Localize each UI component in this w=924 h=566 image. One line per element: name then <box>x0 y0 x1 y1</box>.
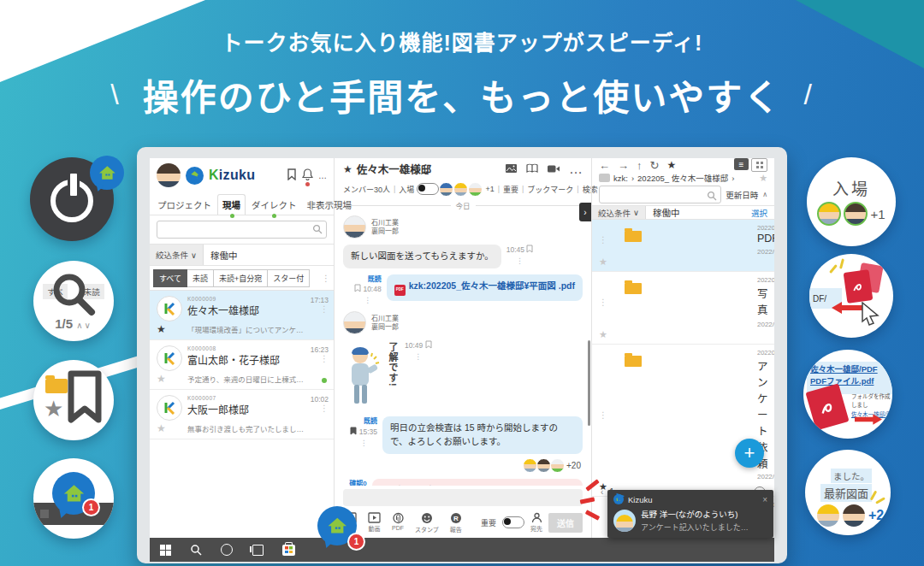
room-more-icon[interactable]: ⋮ <box>305 404 329 413</box>
tab-project[interactable]: プロジェクト <box>153 195 216 215</box>
up-icon[interactable]: ↑ <box>637 159 643 172</box>
tab-genba[interactable]: 現場 <box>217 194 246 215</box>
room-star-icon[interactable]: ★ <box>157 323 187 335</box>
room-more-icon[interactable]: ⋮ <box>305 304 329 314</box>
file-item[interactable]: 202205 アンケート依頼 2022/05/08 11:23 ⋮ ★ <box>592 345 774 497</box>
sidebar-search-input[interactable] <box>157 221 327 239</box>
room-id: K0000008 <box>187 345 305 351</box>
sidebar-more-icon[interactable]: … <box>318 171 327 180</box>
photos-icon[interactable] <box>505 162 518 177</box>
taskbar-search-button[interactable] <box>181 538 211 562</box>
svg-text:R: R <box>453 515 459 522</box>
file-star-icon[interactable]: ★ <box>599 256 625 268</box>
cortana-button[interactable] <box>211 538 242 562</box>
room-id: K0000009 <box>187 296 305 302</box>
file-star-icon[interactable]: ★ <box>599 329 625 340</box>
entry-toggle[interactable] <box>417 183 439 195</box>
notifications-bell-icon[interactable] <box>302 168 313 182</box>
kizuku-app-window: Kizuku … プロジェクト 現場 ダイレクト 非表示現場 <box>150 158 774 538</box>
tab-direct[interactable]: ダイレクト <box>247 195 301 215</box>
files-filter-button[interactable]: 絞込条件∨ <box>592 206 646 219</box>
file-item[interactable]: 202205 写真 2022/05/09 17:48 |コムテックス株式会社 ⋮… <box>592 272 774 345</box>
breadcrumb-star-icon[interactable]: ★ <box>759 173 767 184</box>
kizuku-taskbar-app[interactable]: 1 <box>317 506 360 549</box>
message-more-icon[interactable]: ⋮ <box>516 256 524 267</box>
breadcrumb-root[interactable]: kzk: <box>613 174 628 183</box>
message-time: 15:35 <box>350 427 377 438</box>
segment-unread[interactable]: 未読 <box>187 269 214 287</box>
file-more-icon[interactable]: ⋮ <box>599 410 625 420</box>
room-k-avatar <box>157 296 182 321</box>
task-view-button[interactable] <box>242 538 273 562</box>
message-meta: 既読 10:48 ⋮ <box>354 274 382 306</box>
important-toggle[interactable] <box>502 516 524 528</box>
toast-sender: 長野 洋一(ながのよういち) <box>641 508 750 520</box>
select-button[interactable]: 選択 <box>744 207 774 219</box>
page-prev[interactable]: ‹ <box>601 487 603 497</box>
video-tool-button[interactable]: 動画 <box>368 512 381 533</box>
room-item-selected[interactable]: K0000009 佐々木一雄様邸 17:13 ⋮ ★ 「現場環境改善」についてア… <box>150 291 334 340</box>
forward-icon[interactable]: → <box>618 159 629 172</box>
report-tool-button[interactable]: R報告 <box>450 512 462 534</box>
microsoft-store-button[interactable] <box>273 538 304 562</box>
sort-direction-icon[interactable]: ∧ <box>762 191 767 198</box>
send-button[interactable]: 送信 <box>548 513 583 533</box>
pdf-attach-button[interactable]: PDF <box>392 512 404 531</box>
user-avatar[interactable] <box>157 163 181 187</box>
files-search-input[interactable] <box>599 186 721 203</box>
file-item-selected[interactable]: 202205 PDF 2022/05/10 10:08 |コムテックス株式会社 … <box>592 220 774 272</box>
library-icon[interactable] <box>526 162 538 177</box>
back-icon[interactable]: ← <box>599 159 610 172</box>
bookmark-link[interactable]: ブックマーク <box>527 184 573 195</box>
add-file-button[interactable]: + <box>735 439 764 468</box>
message-more-icon[interactable]: ⋮ <box>364 295 371 306</box>
favorite-star-icon[interactable]: ★ <box>666 159 676 171</box>
grid-view-button[interactable] <box>751 158 767 172</box>
view-toggle: ≡ <box>734 158 767 172</box>
segment-unread-mine[interactable]: 未読+自分宛 <box>214 269 268 287</box>
filter-condition-button[interactable]: 絞込条件∨ <box>150 245 204 265</box>
message-meta: 既読 15:35 ⋮ <box>350 416 377 448</box>
chat-more-icon[interactable]: … <box>569 162 583 177</box>
file-link[interactable]: kzk:202205_佐々木一雄様邸¥平面図 .pdf <box>409 280 575 291</box>
segment-all[interactable]: すべて <box>153 269 187 287</box>
message-more-icon[interactable]: ⋮ <box>360 438 368 449</box>
cursor-icon <box>861 302 881 329</box>
expand-panel-button[interactable]: › <box>579 203 591 221</box>
close-icon[interactable]: × <box>762 495 767 504</box>
file-more-icon[interactable]: ⋮ <box>599 235 625 245</box>
notification-toast[interactable]: Kizuku × 長野 洋一(ながのよういち) アンケート記入いたしました。よろ… <box>607 490 773 538</box>
sort-by-button[interactable]: 更新日時 <box>726 189 758 201</box>
readers-extra-count[interactable]: +20 <box>566 461 581 470</box>
member-count[interactable]: メンバー30人 <box>343 184 390 195</box>
room-star-icon[interactable]: ★ <box>157 422 187 434</box>
stamp-tool-button[interactable]: スタンプ <box>415 512 439 534</box>
message-input[interactable] <box>343 489 583 506</box>
room-more-icon[interactable]: ⋮ <box>305 354 329 363</box>
chat-title: 佐々木一雄様邸 <box>357 161 432 177</box>
room-item[interactable]: K0000007 大阪一郎様邸 10:02 ⋮ ★ 無事お引き渡しも完了いたしま… <box>150 390 334 439</box>
message-meta: 確認0 17:13 ⋮ <box>343 479 367 486</box>
message-more-icon[interactable]: ⋮ <box>414 351 422 363</box>
video-call-icon[interactable] <box>547 162 560 177</box>
segment-starred[interactable]: スター付 <box>268 269 310 287</box>
toast-text: 長野 洋一(ながのよういち) アンケート記入いたしました。よろし… <box>641 508 750 533</box>
segment-more-icon[interactable]: ⋮ <box>322 274 330 283</box>
windows-start-button[interactable] <box>150 538 181 562</box>
bookmark-icon[interactable] <box>287 168 297 182</box>
room-item[interactable]: K0000008 富山太郎・花子様邸 16:23 ⋮ ★ 予定通り、来週の日曜日… <box>150 340 334 390</box>
file-more-icon[interactable]: ⋮ <box>599 298 625 307</box>
chat-scrollbar[interactable] <box>588 340 590 426</box>
message-bubble-file[interactable]: PDFkzk:202205_佐々木一雄様邸¥平面図 .pdf <box>387 274 583 301</box>
important-link[interactable]: 重要 <box>503 184 518 195</box>
room-main: K0000009 佐々木一雄様邸 <box>187 296 305 317</box>
recipients-button[interactable]: 宛先 <box>530 512 542 533</box>
room-star-icon[interactable]: ★ <box>157 373 187 385</box>
member-extra-count[interactable]: +1 <box>485 185 494 193</box>
refresh-icon[interactable]: ↻ <box>650 159 660 172</box>
room-time: 16:23 <box>305 345 329 354</box>
breadcrumb-folder[interactable]: 202205_ 佐々木一雄様邸 <box>637 172 728 184</box>
list-view-button[interactable]: ≡ <box>734 158 749 170</box>
member-avatar <box>843 504 865 527</box>
chat-star-icon[interactable]: ★ <box>343 163 352 175</box>
